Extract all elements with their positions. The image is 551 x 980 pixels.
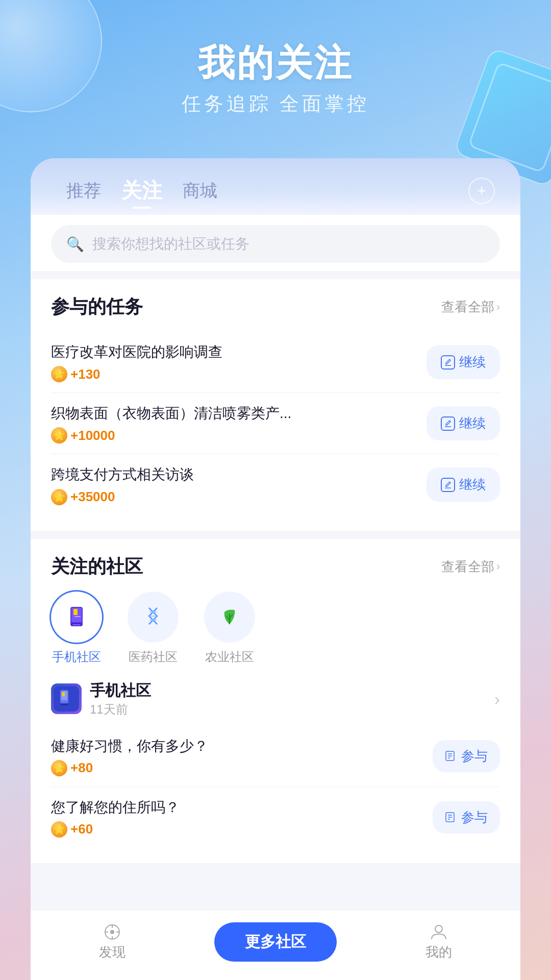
medical-community-label: 医药社区 xyxy=(129,649,178,665)
bottom-spacer xyxy=(31,871,520,881)
continue-label-1: 继续 xyxy=(459,353,486,371)
join-label-2: 参与 xyxy=(461,808,488,826)
bottom-nav: 发现 更多社区 我的 xyxy=(31,910,520,980)
post-reward-icon-1: ⭐ xyxy=(51,760,67,776)
continue-edit-icon-1 xyxy=(441,355,455,370)
tab-follow[interactable]: 关注 xyxy=(111,177,172,205)
communities-section-title: 关注的社区 xyxy=(51,554,143,579)
nav-mine[interactable]: 我的 xyxy=(357,923,520,961)
task-item: 织物表面（衣物表面）清洁喷雾类产... ⭐ +10000 继续 xyxy=(51,393,500,454)
medical-community-icon-circle xyxy=(128,592,179,643)
discover-icon xyxy=(103,923,121,941)
tab-bar: 推荐 关注 商城 + xyxy=(31,158,520,215)
task-name-3: 跨境支付方式相关访谈 xyxy=(51,464,416,484)
task-info-3: 跨境支付方式相关访谈 ⭐ +35000 xyxy=(51,464,416,505)
community-post-item: 健康好习惯，你有多少？ ⭐ +80 参与 xyxy=(51,726,500,787)
communities-chevron-icon: › xyxy=(496,560,500,573)
community-name-row: 手机社区 11天前 xyxy=(51,680,151,718)
reward-star-icon-3: ⭐ xyxy=(51,489,67,505)
community-info: 手机社区 11天前 xyxy=(90,680,151,718)
reward-star-icon-1: ⭐ xyxy=(51,366,67,382)
header-section: 我的关注 任务追踪 全面掌控 xyxy=(0,0,551,137)
post-reward-amount-1: +80 xyxy=(70,760,93,776)
continue-label-3: 继续 xyxy=(459,476,486,494)
svg-point-28 xyxy=(435,925,442,933)
community-tab-medical[interactable]: 医药社区 xyxy=(128,592,179,665)
agriculture-community-icon-circle xyxy=(204,592,255,643)
followed-communities-section: 关注的社区 查看全部 › xyxy=(31,539,520,863)
continue-button-3[interactable]: 继续 xyxy=(427,468,500,502)
phone-community-label: 手机社区 xyxy=(52,649,101,665)
community-icon-tabs: 手机社区 医药社区 xyxy=(51,592,500,665)
post-info-1: 健康好习惯，你有多少？ ⭐ +80 xyxy=(51,736,422,776)
tab-shop[interactable]: 商城 xyxy=(172,179,228,203)
dna-icon xyxy=(140,604,166,630)
task-info-1: 医疗改革对医院的影响调查 ⭐ +130 xyxy=(51,342,416,382)
search-input[interactable]: 搜索你想找的社区或任务 xyxy=(92,234,249,254)
community-avatar-icon xyxy=(54,686,79,712)
participated-tasks-section: 参与的任务 查看全部 › 医疗改革对医院的影响调查 ⭐ +130 xyxy=(31,279,520,531)
main-card: 推荐 关注 商城 + 🔍 搜索你想找的社区或任务 参与的任务 查看全部 › 医疗 xyxy=(31,158,520,980)
agriculture-community-label: 农业社区 xyxy=(205,649,254,665)
nav-mine-label: 我的 xyxy=(425,943,452,961)
svg-rect-12 xyxy=(62,692,65,696)
community-post-item: 您了解您的住所吗？ ⭐ +60 参与 xyxy=(51,787,500,848)
community-avatar xyxy=(51,683,82,714)
phone-community-icon xyxy=(63,604,90,630)
community-name: 手机社区 xyxy=(90,680,151,701)
continue-label-2: 继续 xyxy=(459,414,486,432)
svg-rect-5 xyxy=(74,616,81,617)
join-button-2[interactable]: 参与 xyxy=(433,801,500,834)
join-icon-1 xyxy=(445,750,457,762)
leaf-icon xyxy=(216,604,243,630)
tasks-section-header: 参与的任务 查看全部 › xyxy=(51,295,500,320)
post-name-2: 您了解您的住所吗？ xyxy=(51,797,422,817)
join-button-1[interactable]: 参与 xyxy=(433,740,500,772)
community-avatar-inner xyxy=(51,683,82,714)
nav-more-community[interactable]: 更多社区 xyxy=(194,922,357,962)
join-icon-2 xyxy=(445,811,457,823)
communities-view-all-button[interactable]: 查看全部 › xyxy=(441,558,500,576)
task-item: 跨境支付方式相关访谈 ⭐ +35000 继续 xyxy=(51,454,500,515)
task-reward-1: ⭐ +130 xyxy=(51,366,416,382)
community-time: 11天前 xyxy=(90,701,151,718)
active-community-header: 手机社区 11天前 › xyxy=(51,680,500,718)
post-reward-2: ⭐ +60 xyxy=(51,821,422,838)
phone-community-icon-circle xyxy=(51,592,102,643)
continue-button-1[interactable]: 继续 xyxy=(427,345,500,379)
community-arrow-icon: › xyxy=(494,689,500,709)
tab-recommend[interactable]: 推荐 xyxy=(56,179,111,203)
search-icon: 🔍 xyxy=(66,236,84,253)
task-name-2: 织物表面（衣物表面）清洁喷雾类产... xyxy=(51,403,416,423)
post-reward-amount-2: +60 xyxy=(70,821,93,837)
svg-rect-13 xyxy=(60,703,68,705)
tasks-section-title: 参与的任务 xyxy=(51,295,143,320)
post-name-1: 健康好习惯，你有多少？ xyxy=(51,736,422,756)
add-tab-button[interactable]: + xyxy=(468,178,495,204)
reward-amount-3: +35000 xyxy=(70,489,115,505)
community-tab-phone[interactable]: 手机社区 xyxy=(51,592,102,665)
task-reward-2: ⭐ +10000 xyxy=(51,427,416,444)
continue-button-2[interactable]: 继续 xyxy=(427,406,500,440)
tasks-chevron-icon: › xyxy=(496,301,500,314)
mine-icon xyxy=(430,923,448,941)
page-title: 我的关注 xyxy=(0,41,551,85)
continue-edit-icon-2 xyxy=(441,416,455,431)
task-item: 医疗改革对医院的影响调查 ⭐ +130 继续 xyxy=(51,332,500,393)
task-info-2: 织物表面（衣物表面）清洁喷雾类产... ⭐ +10000 xyxy=(51,403,416,444)
tasks-view-all-label: 查看全部 xyxy=(441,298,494,316)
community-tab-agriculture[interactable]: 农业社区 xyxy=(204,592,255,665)
reward-amount-1: +130 xyxy=(70,366,101,382)
tasks-view-all-button[interactable]: 查看全部 › xyxy=(441,298,500,316)
more-community-button[interactable]: 更多社区 xyxy=(214,922,337,962)
task-name-1: 医疗改革对医院的影响调查 xyxy=(51,342,416,362)
svg-rect-3 xyxy=(72,624,81,625)
post-reward-1: ⭐ +80 xyxy=(51,760,422,776)
scroll-content: 参与的任务 查看全部 › 医疗改革对医院的影响调查 ⭐ +130 xyxy=(31,271,520,910)
search-box[interactable]: 🔍 搜索你想找的社区或任务 xyxy=(51,225,500,263)
reward-amount-2: +10000 xyxy=(70,428,115,444)
post-info-2: 您了解您的住所吗？ ⭐ +60 xyxy=(51,797,422,838)
search-area: 🔍 搜索你想找的社区或任务 xyxy=(31,215,520,271)
svg-rect-4 xyxy=(73,609,78,615)
nav-discover[interactable]: 发现 xyxy=(31,923,194,961)
